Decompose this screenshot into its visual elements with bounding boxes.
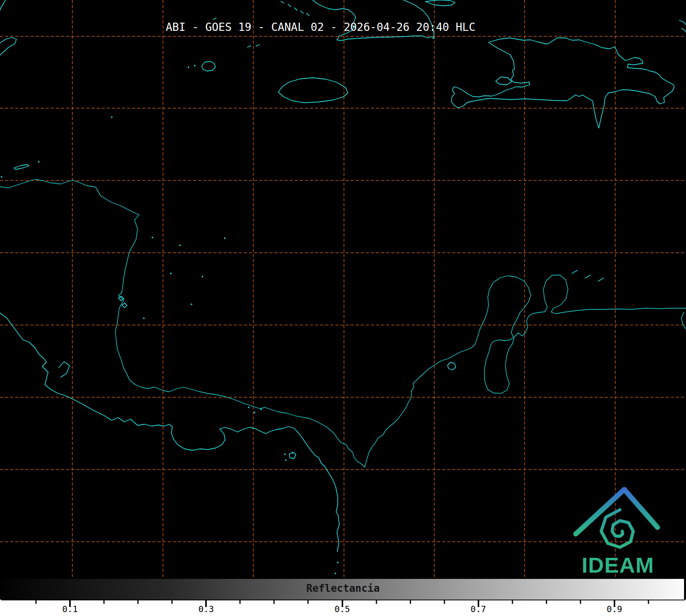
islet-dot (202, 276, 203, 277)
islet-dot (284, 454, 286, 455)
islet-dot (260, 409, 262, 410)
coastline-pacific-coast (0, 313, 339, 552)
coastline-nicoya-hook (59, 362, 70, 377)
coastline-honduras-lagoon-a (118, 296, 124, 301)
coastline-jamaica (278, 78, 348, 103)
islet-dot (224, 237, 226, 239)
colorbar-tick-label: 0.1 (62, 604, 78, 614)
islet-dot (194, 65, 195, 66)
coastline-roatan (14, 164, 29, 170)
islet-dot (152, 237, 153, 238)
coastline-isla-juventud (202, 61, 215, 71)
coastline-venezuela-east-bay (681, 312, 686, 329)
colorbar-minor-tick (648, 600, 649, 604)
coastline-abc-islands (572, 270, 604, 281)
islet-dot (38, 161, 39, 162)
islet-dot (248, 407, 249, 408)
colorbar-label: Reflectancia (0, 582, 686, 594)
coastline-cuba-west-tip-a (0, 0, 5, 11)
islet-dot (254, 412, 255, 413)
colorbar-minor-tick (580, 600, 581, 604)
islet-dot (292, 452, 293, 454)
colorbar-minor-tick (240, 600, 241, 604)
image-title: ABI - GOES 19 - CANAL 02 - 2026-04-26 20… (166, 21, 475, 34)
colorbar-tick-label: 0.5 (335, 604, 350, 614)
islet-dot (285, 459, 287, 461)
colorbar-minor-tick (410, 600, 411, 604)
colorbar-minor-tick (546, 600, 547, 604)
islet-dot (179, 245, 181, 246)
coastline-cuba-west-tip-b (0, 37, 16, 55)
colorbar-minor-tick (512, 600, 513, 604)
islet-dot (1, 176, 2, 178)
coastline-mainland-caribbean (0, 179, 686, 467)
colorbar-minor-tick (274, 600, 275, 604)
coastline-santa-marta-lagoon (448, 362, 456, 370)
coastline-gonave-island (496, 77, 512, 85)
colorbar-tick-label: 0.3 (198, 604, 214, 614)
coastline-honduras-lagoon-b (122, 303, 127, 308)
coastline-cuba-main (313, 0, 434, 41)
colorbar-minor-tick (172, 600, 173, 604)
coastline-hispaniola (451, 38, 674, 128)
ideam-logo-text: IDEAM (582, 552, 660, 578)
map-canvas (0, 0, 686, 616)
colorbar-minor-tick (376, 600, 377, 604)
islet-dot (143, 318, 145, 319)
satellite-image-viewport: ABI - GOES 19 - CANAL 02 - 2026-04-26 20… (0, 0, 686, 616)
colorbar-tick-label: 0.9 (607, 604, 622, 614)
colorbar-minor-tick (36, 600, 37, 604)
islet-dot (170, 273, 172, 274)
coastline-inagua (425, 0, 455, 6)
islet-dot (335, 573, 336, 574)
islet-dot (111, 116, 113, 118)
islet-dot (337, 562, 339, 563)
coastline-puerto-rico-west (679, 20, 686, 32)
colorbar-tick-label: 0.7 (471, 604, 486, 614)
islet-dot (188, 66, 189, 68)
colorbar-minor-tick (308, 600, 309, 604)
islet-dot (191, 304, 192, 305)
colorbar-minor-tick (104, 600, 105, 604)
colorbar-minor-tick (444, 600, 445, 604)
colorbar-minor-tick (138, 600, 139, 604)
